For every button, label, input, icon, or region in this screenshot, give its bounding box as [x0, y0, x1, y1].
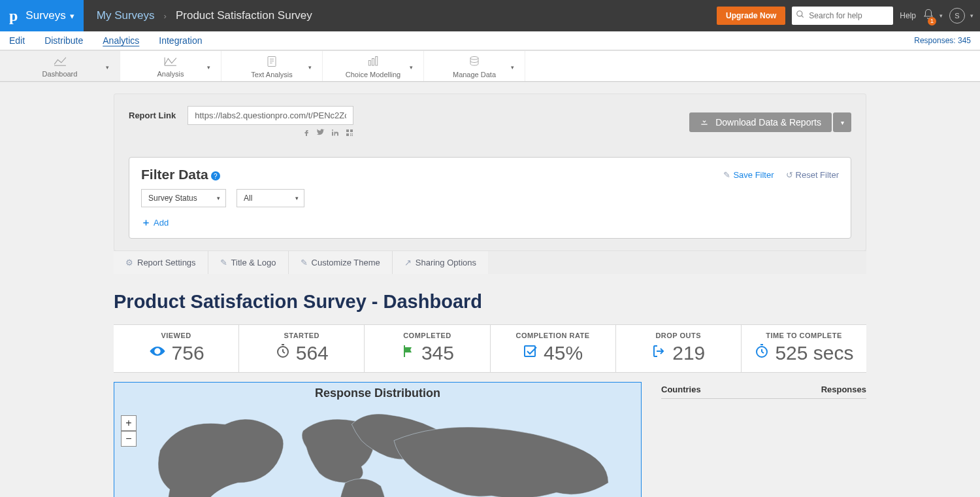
- tab-customize-theme[interactable]: ✎Customize Theme: [289, 251, 393, 274]
- notifications-button[interactable]: 1: [923, 9, 934, 24]
- report-panel: Report Link Download Data & Reports: [114, 94, 866, 251]
- nav-distribute[interactable]: Distribute: [44, 35, 83, 46]
- header-actions: Upgrade Now Help 1 ▾ S ▾: [717, 0, 980, 31]
- svg-rect-13: [332, 132, 333, 136]
- plus-icon: ＋: [141, 216, 151, 229]
- stat-time-to-complete: TIME TO COMPLETE 525 secs: [742, 325, 866, 372]
- filter-field-select[interactable]: Survey Status ▾: [141, 189, 226, 207]
- download-icon: [700, 117, 709, 128]
- stat-completion-rate: COMPLETION RATE 45%: [491, 325, 616, 372]
- download-data-button[interactable]: Download Data & Reports: [689, 112, 832, 132]
- svg-point-22: [155, 350, 159, 353]
- stat-label: STARTED: [239, 332, 364, 339]
- upgrade-button[interactable]: Upgrade Now: [717, 7, 785, 25]
- user-avatar[interactable]: S: [949, 8, 965, 24]
- edit-icon: ✎: [723, 170, 730, 180]
- response-distribution-section: Response Distribution + −: [114, 382, 866, 497]
- edit-icon: ✎: [220, 258, 227, 267]
- svg-point-0: [797, 11, 802, 16]
- toolbar-analysis[interactable]: Analysis ▾: [120, 51, 221, 81]
- help-search-input[interactable]: [792, 7, 893, 25]
- toolbar-analysis-label: Analysis: [157, 70, 184, 78]
- toolbar-choice-modelling[interactable]: Choice Modelling ▾: [323, 51, 424, 81]
- breadcrumb-root[interactable]: My Surveys: [97, 9, 155, 22]
- svg-point-12: [470, 56, 478, 60]
- svg-rect-20: [350, 135, 351, 137]
- page-content: Report Link Download Data & Reports: [0, 82, 980, 497]
- stats-row: VIEWED 756 STARTED 564 COMPLETED 345: [114, 324, 866, 373]
- tab-report-settings[interactable]: ⚙Report Settings: [114, 251, 208, 274]
- download-data-dropdown[interactable]: ▾: [833, 112, 851, 132]
- flag-icon: [400, 343, 416, 363]
- tab-title-logo[interactable]: ✎Title & Logo: [208, 251, 289, 274]
- toolbar-manage-data[interactable]: Manage Data ▾: [424, 51, 525, 81]
- analytics-toolbar: Dashboard ▾ Analysis ▾ Text Analysis ▾ C…: [0, 50, 980, 82]
- qr-icon[interactable]: [346, 129, 353, 139]
- twitter-icon[interactable]: [317, 129, 325, 139]
- svg-rect-27: [525, 346, 535, 356]
- svg-rect-9: [368, 60, 370, 65]
- breadcrumb-sep-icon: ›: [164, 11, 167, 21]
- gear-icon: ⚙: [125, 258, 133, 267]
- zoom-out-button[interactable]: −: [121, 431, 137, 447]
- report-link-label: Report Link: [129, 111, 176, 120]
- toolbar-text-analysis[interactable]: Text Analysis ▾: [221, 51, 323, 81]
- analysis-icon: [163, 56, 178, 69]
- chevron-down-icon: ▾: [410, 64, 413, 71]
- database-icon: [468, 56, 480, 69]
- share-icons: [142, 129, 353, 139]
- stat-label: COMPLETED: [365, 332, 489, 339]
- filter-heading: Filter Data: [141, 167, 208, 182]
- svg-rect-19: [352, 133, 353, 135]
- help-search: [792, 7, 893, 25]
- chevron-down-icon: ▾: [207, 64, 210, 71]
- nav-analytics[interactable]: Analytics: [103, 35, 139, 46]
- toolbar-choice-modelling-label: Choice Modelling: [346, 71, 400, 78]
- share-icon: ↗: [404, 258, 412, 267]
- edit-icon: ✎: [301, 258, 308, 267]
- toolbar-dashboard[interactable]: Dashboard ▾: [0, 51, 120, 81]
- add-filter-button[interactable]: ＋ Add: [141, 216, 169, 229]
- save-filter-link[interactable]: ✎Save Filter: [723, 170, 774, 180]
- responses-count[interactable]: Responses: 345: [914, 36, 971, 45]
- stat-value: 345: [421, 342, 454, 364]
- facebook-icon[interactable]: [302, 129, 310, 139]
- eye-icon: [148, 344, 167, 362]
- nav-integration[interactable]: Integration: [159, 35, 202, 46]
- product-switcher[interactable]: p Surveys ▾: [0, 0, 84, 31]
- zoom-in-button[interactable]: +: [121, 415, 137, 431]
- choice-modelling-icon: [367, 56, 379, 69]
- stat-value: 564: [296, 342, 329, 364]
- filter-field-value: Survey Status: [148, 194, 197, 203]
- add-filter-label: Add: [154, 218, 169, 228]
- stat-value: 756: [172, 342, 204, 364]
- download-data-label: Download Data & Reports: [715, 117, 821, 128]
- stat-dropouts: DROP OUTS 219: [616, 325, 742, 372]
- breadcrumb: My Surveys › Product Satisfaction Survey: [84, 0, 312, 31]
- app-header: p Surveys ▾ My Surveys › Product Satisfa…: [0, 0, 980, 31]
- chevron-down-icon: ▾: [70, 11, 74, 21]
- nav-edit[interactable]: Edit: [9, 35, 25, 46]
- exit-icon: [651, 343, 667, 363]
- world-map[interactable]: Response Distribution + −: [114, 382, 642, 497]
- filter-value-select[interactable]: All ▾: [237, 189, 304, 207]
- report-link-input[interactable]: [188, 106, 353, 125]
- chevron-down-icon: ▾: [217, 195, 220, 201]
- tab-sharing-options[interactable]: ↗Sharing Options: [393, 251, 488, 274]
- info-icon[interactable]: ?: [211, 171, 220, 180]
- stat-label: DROP OUTS: [616, 332, 741, 339]
- help-link[interactable]: Help: [900, 11, 916, 20]
- filter-value-value: All: [244, 194, 252, 203]
- reset-filter-link[interactable]: ↺Reset Filter: [786, 170, 839, 180]
- search-icon: [796, 10, 805, 21]
- svg-rect-17: [346, 133, 349, 136]
- svg-line-31: [762, 352, 764, 353]
- stat-value: 219: [672, 342, 705, 364]
- stat-value: 45%: [544, 342, 583, 364]
- stat-label: TIME TO COMPLETE: [742, 332, 866, 339]
- toolbar-text-analysis-label: Text Analysis: [251, 71, 293, 78]
- breadcrumb-title: Product Satisfaction Survey: [176, 9, 312, 22]
- notification-count-badge: 1: [928, 17, 936, 26]
- reset-icon: ↺: [786, 170, 793, 180]
- linkedin-icon[interactable]: [331, 129, 339, 139]
